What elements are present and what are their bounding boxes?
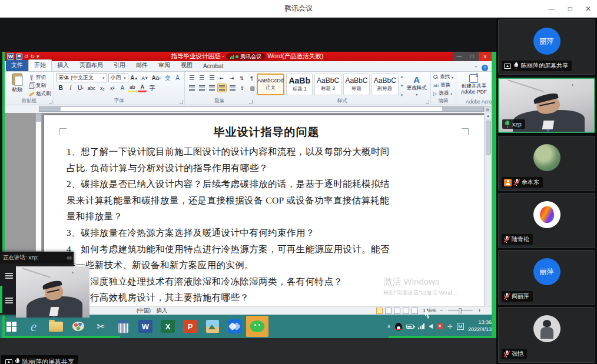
create-share-pdf-button[interactable]: 创建并共享Adobe PDF: [459, 74, 489, 98]
enclose-characters-button[interactable]: 字: [148, 84, 157, 92]
tab-acrobat[interactable]: Acrobat: [198, 62, 228, 71]
participant-tile-xzp[interactable]: xzp: [498, 78, 595, 133]
dialog-launcher-icon[interactable]: [180, 100, 183, 103]
tencent-meeting-icon[interactable]: [224, 316, 246, 337]
qat-dropdown-icon[interactable]: ▾: [37, 54, 39, 59]
style-normal[interactable]: AaBbCcDd 正文: [257, 74, 284, 95]
zoom-slider-thumb[interactable]: [459, 308, 462, 313]
zoom-slider[interactable]: [448, 310, 473, 311]
tab-file[interactable]: 文件: [6, 60, 28, 71]
action-center-icon[interactable]: ✕: [437, 323, 443, 329]
input-indicator-icon[interactable]: ✛: [447, 323, 453, 330]
numbering-button[interactable]: [197, 74, 206, 82]
text-effects-button[interactable]: A: [118, 84, 127, 92]
paint-icon[interactable]: [67, 316, 89, 337]
ime-mode-icon[interactable]: M: [457, 323, 464, 330]
align-center-button[interactable]: [197, 84, 206, 92]
print-layout-view-icon[interactable]: [376, 308, 383, 314]
tab-review[interactable]: 审阅: [153, 60, 175, 71]
tab-insert[interactable]: 插入: [52, 60, 74, 71]
participant-tile-luqingsong[interactable]: 陆青松: [498, 193, 595, 248]
input-language[interactable]: (中国): [137, 307, 151, 315]
decrease-indent-button[interactable]: ⇤: [217, 74, 226, 82]
dialog-launcher-icon[interactable]: [249, 100, 253, 103]
calculator-icon[interactable]: [112, 316, 134, 337]
redo-icon[interactable]: ↻: [31, 54, 35, 59]
underline-button[interactable]: U▾: [77, 84, 85, 92]
shrink-font-button[interactable]: A▼: [140, 74, 150, 82]
char-border-button[interactable]: A: [173, 74, 182, 82]
tab-view[interactable]: 视图: [175, 60, 198, 71]
collapse-ribbon-icon[interactable]: ⌃: [473, 65, 478, 71]
highlight-color-button[interactable]: ab: [128, 84, 137, 92]
speaker-video-thumbnail[interactable]: [16, 266, 89, 318]
style-heading2[interactable]: AaBbC 标题 2: [314, 74, 341, 95]
justify-button[interactable]: [217, 84, 227, 92]
dialog-launcher-icon[interactable]: [426, 100, 429, 103]
align-right-button[interactable]: [207, 84, 216, 92]
style-heading1[interactable]: AaBb 标题 1: [286, 74, 313, 95]
internet-explorer-icon[interactable]: e: [22, 316, 45, 337]
strikethrough-button[interactable]: abc: [87, 84, 97, 92]
photos-icon[interactable]: [201, 316, 224, 337]
superscript-button[interactable]: x²: [108, 84, 117, 92]
tab-home[interactable]: 开始: [28, 59, 52, 71]
subscript-button[interactable]: x₂: [98, 84, 107, 92]
chat-list-icon[interactable]: [5, 298, 13, 299]
change-case-button[interactable]: Aa▾: [151, 74, 162, 82]
taskbar-clock[interactable]: 13:36 2022/4/13: [468, 319, 492, 333]
tab-mailings[interactable]: 邮件: [131, 60, 153, 71]
line-spacing-button[interactable]: ⇕: [238, 84, 247, 92]
format-painter-button[interactable]: 格式刷: [29, 91, 51, 98]
word-minimize-icon[interactable]: —: [453, 52, 466, 61]
zoom-in-icon[interactable]: +: [477, 308, 482, 313]
member-list-icon[interactable]: [5, 273, 13, 274]
vertical-scrollbar[interactable]: ▲: [484, 113, 492, 306]
wechat-icon[interactable]: [246, 316, 268, 337]
align-left-button[interactable]: [187, 84, 196, 92]
ruler-toggle-icon[interactable]: ▤: [485, 106, 490, 112]
participant-tile-zhangkai[interactable]: 张恺: [498, 307, 595, 363]
meeting-floating-panel[interactable]: 正在讲话: xzp; ◆◆: [0, 252, 74, 315]
font-color-button[interactable]: A: [138, 84, 147, 92]
font-name-combo[interactable]: 宋体 (中文正文▾: [57, 74, 107, 82]
distribute-button[interactable]: [228, 84, 237, 92]
replace-button[interactable]: ab替换: [433, 82, 453, 89]
styles-gallery-scroll[interactable]: ▲▼▼: [400, 74, 404, 98]
tray-expand-icon[interactable]: ∧: [387, 323, 391, 329]
word-app-icon[interactable]: W: [7, 53, 14, 60]
document-page[interactable]: 毕业设计指导的问题 1、想了解一下设计院目前施工图设计的设计内容和流程，以及每部…: [44, 115, 484, 306]
font-size-combo[interactable]: 小四▾: [108, 74, 128, 82]
participant-tile-shebendong[interactable]: 佘本东: [498, 136, 595, 191]
tab-page-layout[interactable]: 页面布局: [74, 60, 108, 71]
excel-taskbar-icon[interactable]: X: [157, 316, 179, 337]
find-button[interactable]: 查找▾: [433, 74, 453, 81]
word-close-icon[interactable]: ×: [479, 52, 492, 61]
qq-tray-icon[interactable]: [395, 323, 402, 330]
paste-button[interactable]: 粘贴: [7, 74, 27, 98]
style-title[interactable]: AaBbC 标题: [343, 74, 370, 95]
draft-view-icon[interactable]: [412, 308, 418, 314]
undo-icon[interactable]: ↺: [24, 54, 29, 59]
file-explorer-icon[interactable]: [45, 316, 67, 337]
increase-indent-button[interactable]: ⇥: [227, 74, 236, 82]
participant-tile-yanliping[interactable]: 丽萍 阎丽萍: [498, 250, 595, 305]
bullets-button[interactable]: [187, 74, 196, 82]
italic-button[interactable]: I: [67, 84, 75, 92]
sort-button[interactable]: ⇅: [237, 74, 246, 82]
horizontal-ruler[interactable]: [39, 106, 484, 112]
select-button[interactable]: ▷选择▾: [433, 90, 453, 97]
help-icon[interactable]: ?: [482, 65, 488, 71]
minimize-icon[interactable]: —: [548, 5, 555, 13]
style-subtitle[interactable]: AaBbC 副标题: [372, 74, 398, 95]
participant-tile-screen-share[interactable]: 丽萍 陈丽萍的屏幕共享: [498, 19, 595, 75]
dialog-launcher-icon[interactable]: [49, 100, 52, 103]
fullscreen-view-icon[interactable]: [385, 308, 392, 314]
multilevel-list-button[interactable]: [207, 74, 216, 82]
save-icon[interactable]: [16, 54, 22, 60]
word-maximize-icon[interactable]: □: [466, 52, 479, 61]
snipping-tool-icon[interactable]: ✂: [89, 316, 112, 337]
maximize-icon[interactable]: □: [568, 5, 572, 13]
phonetic-guide-button[interactable]: 变: [163, 74, 172, 82]
outline-view-icon[interactable]: [403, 308, 409, 314]
